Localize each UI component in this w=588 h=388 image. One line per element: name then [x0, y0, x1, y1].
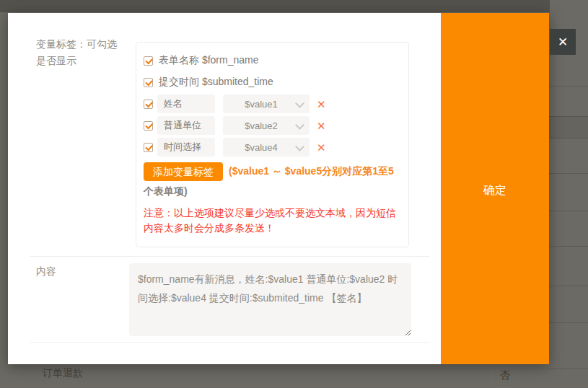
add-variable-row: 添加变量标签 ($value1 ～ $value5分别对应第1至5	[144, 162, 408, 181]
value-select[interactable]: $value2	[223, 116, 310, 135]
variable-row-name: 姓名 $value1 ✕	[144, 93, 408, 115]
variable-row-form-name: 表单名称 $form_name	[144, 50, 408, 71]
background-table-line	[549, 173, 588, 174]
no-button[interactable]: 否	[492, 363, 517, 388]
variable-row-submit-time: 提交时间 $submited_time	[144, 71, 408, 93]
value-select[interactable]: $value4	[223, 138, 310, 156]
chevron-down-icon	[295, 142, 304, 151]
field-name-input[interactable]: 姓名	[157, 94, 215, 113]
value-select[interactable]: $value1	[223, 94, 310, 113]
background-table-line	[549, 211, 588, 211]
section-divider	[30, 256, 429, 257]
background-table-line	[549, 246, 588, 247]
background-table-line	[549, 322, 588, 323]
background-table-line	[549, 369, 588, 369]
background-table-line	[549, 286, 588, 286]
field-name-input[interactable]: 时间选择	[157, 138, 215, 156]
background-table-line	[549, 86, 588, 87]
variable-checkbox-panel: 表单名称 $form_name 提交时间 $submited_time 姓名 $…	[136, 42, 409, 247]
close-icon: ✕	[558, 35, 568, 50]
value-select-value: $value2	[245, 120, 278, 131]
checkbox-checked[interactable]	[144, 121, 153, 131]
checkbox-checked[interactable]	[144, 78, 153, 87]
chevron-down-icon	[295, 120, 304, 130]
variable-range-hint: ($value1 ～ $value5分别对应第1至5	[229, 165, 394, 178]
screen: 订单退款 否 变量标签：可勾选是否显示 表单名称 $form_name 提交时间…	[0, 0, 588, 388]
background-table-row-shade	[549, 116, 588, 138]
remove-row-icon[interactable]: ✕	[317, 142, 326, 153]
remove-row-icon[interactable]: ✕	[317, 99, 326, 110]
add-variable-button[interactable]: 添加变量标签	[144, 162, 223, 181]
variable-row-label: 表单名称 $form_name	[159, 54, 258, 67]
content-section-label: 内容	[36, 265, 56, 278]
sms-variable-dialog: 变量标签：可勾选是否显示 表单名称 $form_name 提交时间 $submi…	[8, 13, 549, 364]
confirm-button-label: 确定	[441, 183, 549, 198]
variable-range-hint-wrap: 个表单项)	[144, 185, 408, 198]
section-divider	[30, 342, 429, 343]
value-select-value: $value1	[245, 99, 278, 110]
field-name-input[interactable]: 普通单位	[157, 116, 215, 135]
background-table-line	[549, 138, 588, 138]
variable-row-label: 提交时间 $submited_time	[159, 76, 273, 89]
close-button[interactable]: ✕	[550, 29, 576, 55]
checkbox-checked[interactable]	[144, 100, 153, 109]
remove-row-icon[interactable]: ✕	[317, 120, 326, 131]
sms-length-warning: 注意：以上选项建议尽量少选或不要选文本域，因为短信内容太多时会分成多条发送！	[144, 206, 399, 236]
checkbox-checked[interactable]	[144, 143, 153, 152]
background-header-band	[0, 0, 550, 12]
variable-row-time-select: 时间选择 $value4 ✕	[144, 136, 408, 158]
variable-row-unit: 普通单位 $value2 ✕	[144, 115, 408, 136]
sms-content-textarea[interactable]: $form_name有新消息，姓名:$value1 普通单位:$value2 时…	[129, 263, 411, 336]
variable-section-label: 变量标签：可勾选是否显示	[36, 36, 123, 69]
chevron-down-icon	[295, 99, 304, 108]
background-row-order-refund: 订单退款	[43, 367, 83, 380]
checkbox-checked[interactable]	[144, 56, 153, 66]
confirm-button[interactable]: 确定	[441, 13, 549, 364]
value-select-value: $value4	[245, 142, 278, 153]
